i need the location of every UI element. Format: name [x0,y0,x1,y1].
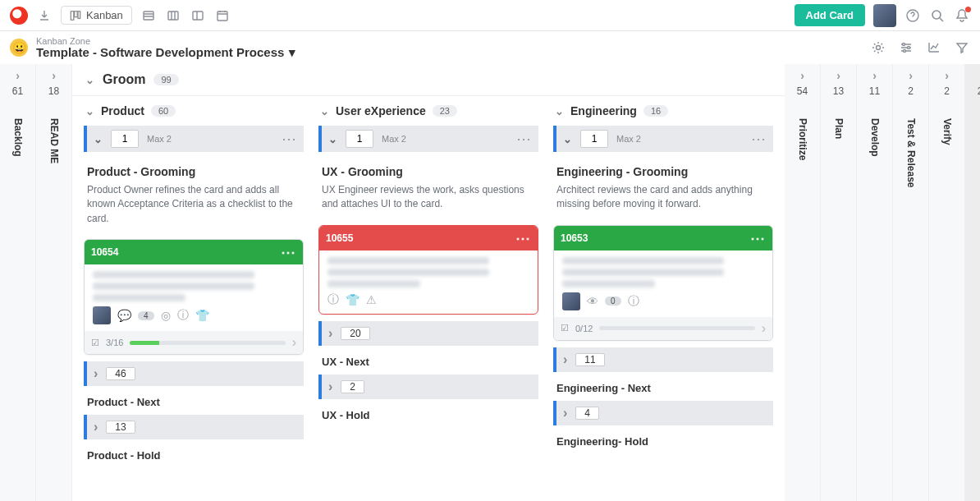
lane-header[interactable]: ⌄ User eXperience 23 [318,103,538,119]
collapsed-column-develop[interactable]: › 11 Develop [857,64,893,501]
page-title[interactable]: Template - Software Development Process … [36,46,295,60]
sub-group-bar[interactable]: › 46 [84,361,304,386]
more-icon[interactable]: ⋯ [751,130,767,148]
coin-icon[interactable]: ◎ [161,309,171,322]
chevron-down-icon[interactable]: ⌄ [85,74,94,86]
wip-count-input[interactable] [580,130,608,148]
chevron-down-icon[interactable]: ⌄ [320,105,329,117]
assignee-avatar[interactable] [562,292,580,310]
shirt-icon[interactable]: 👕 [346,293,359,306]
chevron-right-icon: › [16,69,20,82]
column-label: READ ME [48,118,60,163]
chevron-right-icon[interactable]: › [94,366,98,381]
warning-icon[interactable]: ⚠ [366,293,377,306]
sub-group-bar[interactable]: › 11 [553,347,773,372]
chevron-right-icon[interactable]: › [762,321,766,336]
progress-bar [599,326,754,330]
assignee-avatar[interactable] [93,306,111,324]
group-bar[interactable]: ⌄ Max 2 ⋯ [318,126,538,152]
chevron-down-icon[interactable]: ⌄ [555,105,564,117]
kanban-card[interactable]: 10653 ⋯ 👁 0 ⓘ ☑ 0/12 › [553,225,773,341]
chevron-down-icon[interactable]: ⌄ [328,133,337,145]
group-description: Engineering - Grooming Architect reviews… [553,159,773,218]
comment-icon[interactable]: 💬 [117,309,131,322]
column-label: Test & Release [905,118,917,188]
card-more-icon[interactable]: ⋯ [750,229,766,247]
lane-user-experience: ⌄ User eXperience 23 ⌄ Max 2 ⋯ UX - Groo… [318,103,538,488]
collapsed-column-verify[interactable]: › 2 Verify [929,64,965,501]
filter-icon[interactable] [954,39,970,56]
add-card-button[interactable]: Add Card [795,4,866,26]
user-avatar[interactable] [873,4,896,27]
lane-title: Product [101,104,144,117]
card-more-icon[interactable]: ⋯ [281,243,296,261]
chevron-right-icon[interactable]: › [292,335,296,350]
kanban-card[interactable]: 10655 ⋯ ⓘ 👕 ⚠ [318,225,538,315]
chevron-right-icon[interactable]: › [563,406,567,421]
board-emoji-icon[interactable]: 😀 [10,39,28,57]
card-progress-row: ☑ 0/12 › [554,317,772,340]
more-icon[interactable]: ⋯ [516,130,532,148]
collapsed-column-plan[interactable]: › 13 Plan [821,64,857,501]
collapsed-column-backlog[interactable]: › 61 Backlog [0,64,36,501]
sub-group-bar[interactable]: › 13 [84,415,304,439]
dropdown-caret-icon[interactable]: ▾ [289,46,295,60]
groom-title: Groom [103,72,145,87]
breadcrumb[interactable]: Kanban Zone [36,36,295,46]
lane-header[interactable]: ⌄ Product 60 [84,103,304,119]
collapsed-column-read-me[interactable]: › 18 READ ME [36,64,72,501]
svg-rect-4 [168,11,178,20]
sub-group-title: UX - Hold [318,406,538,421]
group-desc-text: UX Engineer reviews the work, asks quest… [322,183,535,212]
card-more-icon[interactable]: ⋯ [515,229,531,247]
column-count: 2 [944,85,950,97]
svg-rect-1 [75,11,78,16]
group-bar[interactable]: ⌄ Max 2 ⋯ [84,126,304,152]
card-meta-row: 👁 0 ⓘ [562,292,764,310]
wip-count-input[interactable] [111,130,139,148]
split-view-icon[interactable] [190,7,206,24]
view-kanban-button[interactable]: Kanban [61,6,132,25]
download-icon[interactable] [36,7,53,24]
chevron-right-icon[interactable]: › [328,379,332,394]
chevron-right-icon[interactable]: › [563,352,567,367]
sub-group-bar[interactable]: › 4 [553,401,773,425]
chevron-right-icon[interactable]: › [328,326,332,341]
chevron-right-icon: › [909,69,913,82]
notifications-icon[interactable] [954,7,970,24]
list-view-icon[interactable] [140,7,157,24]
collapsed-column-done[interactable]: › 25 Done [965,64,980,501]
wip-count-input[interactable] [346,130,373,148]
settings-icon[interactable] [870,39,886,56]
group-bar[interactable]: ⌄ Max 2 ⋯ [553,126,773,152]
chevron-down-icon[interactable]: ⌄ [94,133,103,145]
chevron-down-icon[interactable]: ⌄ [85,105,94,117]
column-view-icon[interactable] [165,7,181,24]
calendar-view-icon[interactable] [214,7,231,24]
help-icon[interactable] [904,7,921,24]
search-icon[interactable] [929,7,946,24]
chevron-right-icon[interactable]: › [94,420,98,434]
info-icon[interactable]: ⓘ [177,308,189,323]
kanban-card[interactable]: 10654 ⋯ 💬 4 ◎ ⓘ 👕 ☑ 3/16 › [84,239,304,355]
sub-group-bar[interactable]: › 20 [318,321,538,346]
info-icon[interactable]: ⓘ [327,292,339,307]
sliders-icon[interactable] [898,39,914,56]
chevron-right-icon: › [872,69,877,82]
collapsed-column-test-release[interactable]: › 2 Test & Release [893,64,929,501]
lane-header[interactable]: ⌄ Engineering 16 [553,103,773,119]
sub-group-title: Product - Next [84,393,304,408]
more-icon[interactable]: ⋯ [282,130,297,148]
chevron-down-icon[interactable]: ⌄ [563,133,572,145]
info-icon[interactable]: ⓘ [628,294,639,309]
group-description: UX - Grooming UX Engineer reviews the wo… [318,159,538,218]
eye-icon[interactable]: 👁 [587,295,598,308]
app-logo[interactable] [10,7,28,25]
shirt-icon[interactable]: 👕 [195,309,209,322]
chart-icon[interactable] [926,39,942,56]
sub-group-bar[interactable]: › 2 [318,375,538,399]
lane-product: ⌄ Product 60 ⌄ Max 2 ⋯ Product - Groomin… [84,103,304,488]
chevron-right-icon: › [945,69,949,82]
groom-header[interactable]: ⌄ Groom 99 [72,64,785,96]
collapsed-column-prioritize[interactable]: › 54 Prioritize [785,64,821,501]
